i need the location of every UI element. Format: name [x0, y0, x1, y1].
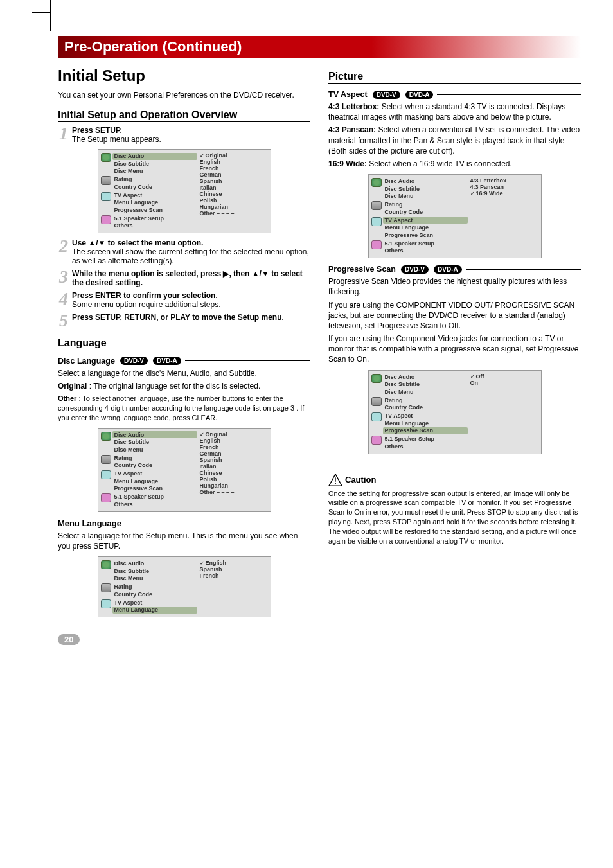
osd-screenshot-tv: Disc AudioDisc SubtitleDisc MenuRatingCo… [368, 174, 542, 258]
step-2: 2 Use ▲/▼ to select the menu option.The … [58, 238, 310, 265]
step-number-icon: 1 [58, 126, 69, 144]
dvd-v-pill: DVD-V [373, 91, 400, 99]
dvd-a-pill: DVD-A [405, 91, 434, 99]
tv-aspect-heading: TV Aspect DVD-V DVD-A [328, 90, 581, 99]
dvd-a-pill: DVD-A [153, 357, 181, 365]
page-title: Initial Setup [58, 67, 310, 85]
page: Pre-Operation (Continued) Initial Setup … [0, 0, 613, 664]
page-number-badge: 20 [58, 634, 80, 645]
dvd-v-pill: DVD-V [401, 265, 429, 274]
progressive-scan-heading: Progressive Scan DVD-V DVD-A [328, 265, 581, 274]
left-column: Initial Setup You can set your own Perso… [58, 67, 310, 623]
step-number-icon: 3 [58, 269, 69, 287]
overview-heading: Initial Setup and Operation Overview [58, 109, 310, 122]
dvd-v-pill: DVD-V [120, 357, 148, 365]
step-3: 3 While the menu option is selected, pre… [58, 269, 310, 287]
intro-text: You can set your own Personal Preference… [58, 90, 310, 100]
language-heading: Language [58, 337, 310, 350]
section-banner: Pre-Operation (Continued) [58, 36, 581, 58]
page-footer: 20 [58, 634, 581, 645]
step-5: 5 Press SETUP, RETURN, or PLAY to move t… [58, 313, 310, 328]
step-1: 1 Press SETUP.The Setup menu appears. [58, 126, 310, 144]
osd-screenshot-ps: Disc AudioDisc SubtitleDisc MenuRatingCo… [368, 370, 542, 454]
picture-heading: Picture [328, 71, 581, 84]
menu-language-heading: Menu Language [58, 518, 310, 528]
step-number-icon: 5 [58, 313, 69, 328]
step-4: 4 Press ENTER to confirm your selection.… [58, 291, 310, 309]
right-column: Picture TV Aspect DVD-V DVD-A 4:3 Letter… [328, 67, 581, 623]
osd-screenshot-2: Disc AudioDisc SubtitleDisc MenuRatingCo… [98, 428, 271, 512]
disc-language-heading: Disc Language DVD-V DVD-A [58, 357, 310, 366]
step-number-icon: 4 [58, 291, 69, 309]
dvd-a-pill: DVD-A [434, 265, 462, 274]
step-number-icon: 2 [58, 238, 69, 265]
svg-point-1 [335, 483, 336, 484]
caution-heading: Caution [328, 474, 581, 486]
osd-screenshot-3: Disc AudioDisc SubtitleDisc MenuRatingCo… [98, 556, 271, 617]
caution-icon [328, 474, 342, 486]
osd-screenshot-1: Disc AudioDisc SubtitleDisc MenuRatingCo… [98, 149, 271, 233]
